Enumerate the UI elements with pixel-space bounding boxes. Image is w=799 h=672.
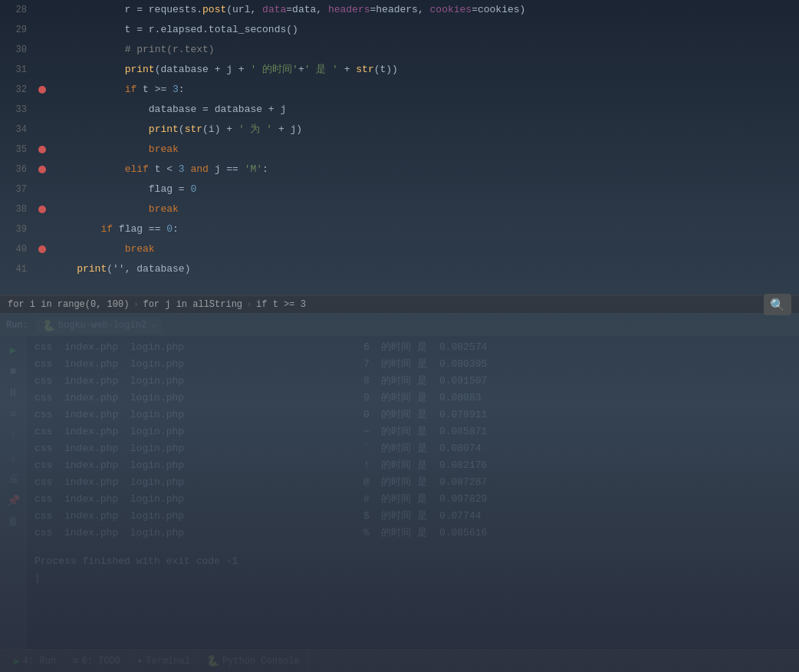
line-content-38: break [50, 199, 799, 219]
gutter-38 [35, 206, 50, 213]
code-line-39: 39 if flag == 0: [0, 219, 799, 239]
code-line-30: 30 # print(r.text) [0, 40, 799, 60]
line-content-37: flag = 0 [50, 180, 799, 199]
gutter-32 [35, 86, 50, 94]
search-icon: 🔍 [770, 298, 785, 312]
line-content-39: if flag == 0: [50, 219, 799, 239]
line-number-34: 34 [0, 120, 35, 140]
code-line-32: 32 if t >= 3: [0, 80, 799, 100]
line-number-41: 41 [0, 259, 35, 279]
line-content-36: elif t < 3 and j == 'M': [50, 160, 799, 180]
editor-container: 28 r = requests.post(url, data=data, hea… [0, 0, 799, 672]
gutter-40 [35, 245, 50, 253]
breadcrumb-item-3[interactable]: if t >= 3 [256, 299, 306, 310]
line-number-35: 35 [0, 140, 35, 160]
search-button[interactable]: 🔍 [764, 294, 791, 315]
breadcrumb-item-2[interactable]: for j in allString [143, 299, 242, 310]
breadcrumb-item-1[interactable]: for i in range(0, 100) [8, 299, 129, 310]
line-content-28: r = requests.post(url, data=data, header… [50, 0, 799, 20]
code-line-31: 31 print(database + j + ' 的时间'+' 是 ' + s… [0, 60, 799, 80]
breadcrumb-sep-1: › [133, 301, 138, 309]
code-line-35: 35 break [0, 140, 799, 160]
code-editor: 28 r = requests.post(url, data=data, hea… [0, 0, 799, 313]
line-content-30: # print(r.text) [50, 40, 799, 60]
line-number-29: 29 [0, 20, 35, 40]
code-lines: 28 r = requests.post(url, data=data, hea… [0, 0, 799, 295]
line-content-35: break [50, 140, 799, 160]
breakpoint-32[interactable] [38, 86, 46, 94]
line-number-31: 31 [0, 60, 35, 80]
code-line-34: 34 print(str(i) + ' 为 ' + j) [0, 120, 799, 140]
line-content-41: print('', database) [50, 259, 799, 279]
code-line-37: 37 flag = 0 [0, 180, 799, 199]
line-number-38: 38 [0, 199, 35, 219]
breakpoint-35[interactable] [38, 146, 46, 153]
line-number-33: 33 [0, 100, 35, 120]
code-line-28: 28 r = requests.post(url, data=data, hea… [0, 0, 799, 20]
line-number-30: 30 [0, 40, 35, 60]
breakpoint-40[interactable] [38, 245, 46, 253]
code-line-40: 40 break [0, 239, 799, 259]
code-line-29: 29 t = r.elapsed.total_seconds() [0, 20, 799, 40]
line-content-31: print(database + j + ' 的时间'+' 是 ' + str(… [50, 60, 799, 80]
line-number-40: 40 [0, 239, 35, 259]
code-line-41: 41 print('', database) [0, 259, 799, 279]
code-line-36: 36 elif t < 3 and j == 'M': [0, 160, 799, 180]
breakpoint-36[interactable] [38, 166, 46, 173]
line-content-29: t = r.elapsed.total_seconds() [50, 20, 799, 40]
line-content-33: database = database + j [50, 100, 799, 120]
line-number-39: 39 [0, 219, 35, 239]
breadcrumb-sep-2: › [247, 301, 252, 309]
gutter-36 [35, 166, 50, 173]
code-line-33: 33 database = database + j [0, 100, 799, 120]
line-content-40: break [50, 239, 799, 259]
breakpoint-38[interactable] [38, 206, 46, 213]
code-line-38: 38 break [0, 199, 799, 219]
gutter-35 [35, 146, 50, 153]
line-number-28: 28 [0, 0, 35, 20]
line-content-32: if t >= 3: [50, 80, 799, 100]
line-number-36: 36 [0, 160, 35, 180]
line-number-32: 32 [0, 80, 35, 100]
line-number-37: 37 [0, 180, 35, 199]
line-content-34: print(str(i) + ' 为 ' + j) [50, 120, 799, 140]
breadcrumb-bar: for i in range(0, 100) › for j in allStr… [0, 295, 799, 313]
